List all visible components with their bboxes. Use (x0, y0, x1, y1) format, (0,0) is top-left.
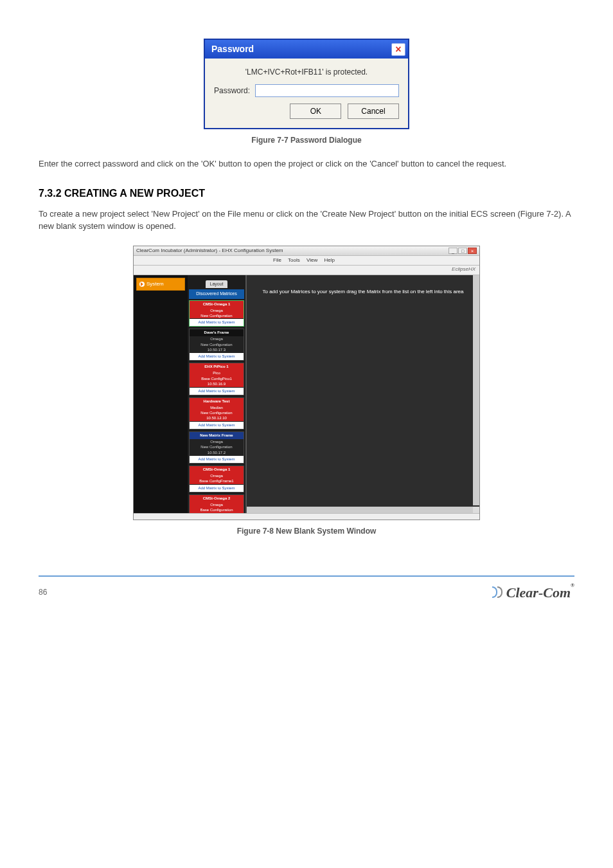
trademark-symbol: ® (571, 583, 574, 588)
add-matrix-button[interactable]: Add Matrix to System (190, 456, 244, 463)
sidebar-item-label: System (147, 280, 164, 288)
add-matrix-button[interactable]: Add Matrix to System (190, 353, 244, 360)
dialog-titlebar[interactable]: Password × (205, 40, 408, 59)
section-heading-7-3-2: 7.3.2 CREATING A NEW PROJECT (39, 186, 574, 201)
matrix-card[interactable]: Hardware TestMedianNew Configuration10.5… (189, 397, 244, 429)
matrix-info-line: Base ConfigPico1 (190, 376, 244, 381)
sidebar: System (134, 275, 188, 513)
close-icon[interactable]: × (391, 43, 405, 56)
paragraph-new-project: To create a new project select 'New Proj… (39, 208, 574, 233)
matrix-info-line: Omega (190, 502, 244, 507)
matrix-card[interactable]: CMSt-Omega 2OmegaBase Configuration10.50… (189, 494, 244, 513)
matrix-card[interactable]: New Matrix FrameOmegaNew Configuration10… (189, 431, 244, 464)
password-dialog: Password × 'LMC+IVC+Rot+IFB11' is protec… (204, 39, 409, 129)
password-label: Password: (214, 85, 250, 96)
dialog-title: Password (211, 42, 254, 56)
vertical-scrollbar[interactable] (473, 275, 479, 505)
minimize-icon[interactable]: _ (449, 248, 458, 254)
matrix-name: New Matrix Frame (190, 432, 244, 439)
matrix-card[interactable]: CMSt-Omega 1OmegaBase ConfigFrame1Add Ma… (189, 466, 244, 493)
discovered-header: Discovered Matrices (189, 289, 244, 299)
add-matrix-button[interactable]: Add Matrix to System (190, 485, 244, 492)
add-matrix-button[interactable]: Add Matrix to System (190, 388, 244, 395)
logo-icon (492, 586, 502, 598)
paragraph-password-instructions: Enter the correct password and click on … (39, 158, 574, 170)
matrix-info-line: 10.50.17.3 (190, 347, 244, 352)
matrix-info-line: Median (190, 405, 244, 410)
matrix-info-line: Base Configuration (190, 507, 244, 512)
matrix-info-line: 10.50.17.2 (190, 450, 244, 455)
matrix-info-line: Omega (190, 439, 244, 444)
system-window: ClearCom Incubator (Administrator) - EHX… (133, 246, 480, 520)
page-footer: 86 Clear-Com® (39, 575, 574, 603)
matrix-name: CMSt-Omega 1 (190, 301, 244, 308)
dialog-message: 'LMC+IVC+Rot+IFB11' is protected. (214, 66, 399, 78)
menu-view[interactable]: View (306, 257, 317, 263)
add-matrix-button[interactable]: Add Matrix to System (190, 319, 244, 326)
menu-help[interactable]: Help (324, 257, 334, 263)
brand-logo: EclipseHX (452, 266, 475, 272)
matrix-name: Hardware Test (190, 398, 244, 405)
status-bar (134, 513, 479, 520)
matrix-card[interactable]: CMSt-Omega 1OmegaNew ConfigurationAdd Ma… (189, 300, 244, 327)
page-number: 86 (39, 586, 47, 598)
add-matrix-button[interactable]: Add Matrix to System (190, 422, 244, 429)
matrix-name: EHX PiPico 1 (190, 363, 244, 370)
password-input[interactable] (255, 84, 399, 97)
figure-caption-7-8: Figure 7-8 New Blank System Window (39, 525, 574, 537)
matrix-name: CMSt-Omega 2 (190, 495, 244, 502)
matrix-info-line: New Configuration (190, 313, 244, 318)
menu-file[interactable]: File (273, 257, 281, 263)
figure-caption-7-7: Figure 7-7 Password Dialogue (39, 134, 574, 146)
horizontal-scrollbar[interactable] (247, 507, 473, 513)
logo-row: EclipseHX (134, 266, 479, 275)
matrix-info-line: Omega (190, 308, 244, 313)
window-title: ClearCom Incubator (Administrator) - EHX… (136, 247, 283, 255)
clearcom-logo: Clear-Com® (492, 582, 574, 603)
matrix-card[interactable]: Dave's FrameOmegaNew Configuration10.50.… (189, 329, 244, 361)
matrix-info-line: Omega (190, 473, 244, 478)
ok-button[interactable]: OK (290, 104, 341, 119)
dropzone[interactable]: To add your Matrices to your system drag… (245, 275, 479, 513)
sidebar-item-system[interactable]: System (136, 278, 185, 291)
scroll-corner (473, 507, 479, 513)
window-titlebar[interactable]: ClearCom Incubator (Administrator) - EHX… (134, 246, 479, 256)
matrix-name: Dave's Frame (190, 329, 244, 336)
dropzone-instructions: To add your Matrices to your system drag… (253, 288, 473, 296)
matrix-info-line: 10.50.16.9 (190, 381, 244, 386)
close-icon[interactable]: × (468, 248, 477, 254)
matrix-card[interactable]: EHX PiPico 1PicoBase ConfigPico110.50.16… (189, 363, 244, 395)
matrix-info-line: New Configuration (190, 410, 244, 415)
maximize-icon[interactable]: □ (458, 248, 467, 254)
cancel-button[interactable]: Cancel (348, 104, 399, 119)
matrix-info-line: Base ConfigFrame1 (190, 478, 244, 484)
matrix-info-line: 10.50.12.10 (190, 415, 244, 420)
matrix-info-line: New Configuration (190, 342, 244, 347)
discovered-pane: Layout Discovered Matrices CMSt-Omega 1O… (188, 275, 245, 513)
layout-tab[interactable]: Layout (206, 280, 227, 289)
matrix-info-line: New Configuration (190, 444, 244, 449)
matrix-info-line: Pico (190, 370, 244, 375)
menu-bar: File Tools View Help (134, 256, 479, 266)
menu-tools[interactable]: Tools (288, 257, 300, 263)
logo-text: Clear-Com (506, 584, 571, 601)
matrix-name: CMSt-Omega 1 (190, 466, 244, 473)
arrow-right-icon (139, 282, 145, 287)
matrix-info-line: Omega (190, 336, 244, 341)
